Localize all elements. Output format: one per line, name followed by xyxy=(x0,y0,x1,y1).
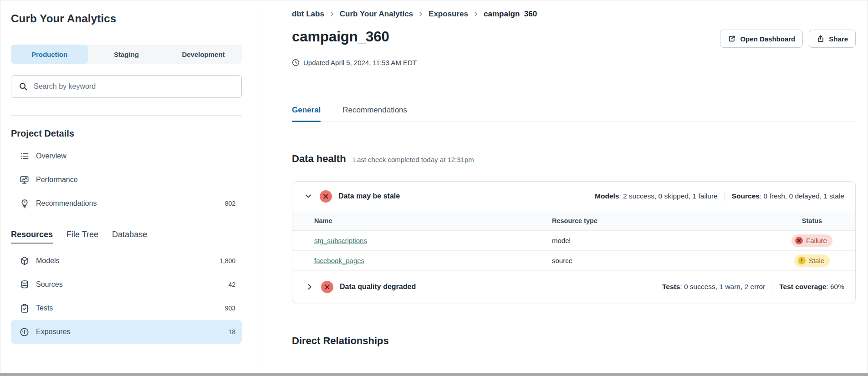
exposures-count: 18 xyxy=(228,328,235,335)
sidebar-item-label: Exposures xyxy=(36,328,221,336)
list-icon xyxy=(20,152,29,161)
page-actions: Open Dashboard Share xyxy=(720,30,856,48)
table-header-row: Name Resource type Status xyxy=(292,211,855,231)
search-icon xyxy=(18,82,28,91)
stale-group-title: Data may be stale xyxy=(338,192,400,200)
sidebar-item-recommendations[interactable]: Recommendations 802 xyxy=(11,192,242,215)
database-icon xyxy=(20,280,29,290)
open-dashboard-label: Open Dashboard xyxy=(740,35,795,43)
sidebar-item-label: Recommendations xyxy=(36,199,218,208)
breadcrumb: dbt Labs Curb Your Analytics Exposures c… xyxy=(292,10,856,19)
tab-general[interactable]: General xyxy=(292,106,321,122)
sidebar-item-label: Overview xyxy=(36,152,235,160)
open-dashboard-button[interactable]: Open Dashboard xyxy=(720,30,803,48)
last-updated: Updated April 5, 2024, 11:53 AM EDT xyxy=(292,59,856,66)
external-link-icon xyxy=(728,35,736,43)
models-count: 1,800 xyxy=(220,257,235,264)
detail-tabs: General Recommendations xyxy=(292,106,856,122)
chevron-right-icon[interactable] xyxy=(305,282,315,292)
breadcrumb-account[interactable]: dbt Labs xyxy=(292,10,324,19)
env-tab-staging[interactable]: Staging xyxy=(88,45,165,64)
tab-recommendations[interactable]: Recommendations xyxy=(342,106,407,122)
error-status-icon xyxy=(795,237,803,244)
warning-status-icon xyxy=(798,257,806,264)
sidebar: Curb Your Analytics Production Staging D… xyxy=(0,0,264,373)
last-updated-text: Updated April 5, 2024, 11:53 AM EDT xyxy=(303,59,417,66)
sources-stat: Sources: 0 fresh, 0 delayed, 1 stale xyxy=(732,192,844,200)
direct-relationships-heading: Direct Relationships xyxy=(292,335,856,347)
status-badge: Stale xyxy=(794,254,830,267)
tab-file-tree[interactable]: File Tree xyxy=(66,230,98,244)
error-status-icon xyxy=(321,281,333,293)
chevron-down-icon[interactable] xyxy=(303,191,313,201)
stat-divider xyxy=(725,192,725,201)
chevron-right-icon xyxy=(418,11,424,17)
sidebar-item-tests[interactable]: Tests 903 xyxy=(11,296,242,320)
sidebar-item-exposures[interactable]: Exposures 18 xyxy=(11,320,242,344)
clipboard-check-icon xyxy=(20,304,29,313)
environment-switcher: Production Staging Development xyxy=(11,45,242,64)
column-header-name: Name xyxy=(292,217,552,224)
sidebar-item-label: Sources xyxy=(36,280,221,289)
column-header-status: Status xyxy=(769,217,855,224)
breadcrumb-current: campaign_360 xyxy=(484,10,537,19)
stale-group-header[interactable]: Data may be stale Models: 2 success, 0 s… xyxy=(292,182,855,211)
column-header-resource-type: Resource type xyxy=(552,217,769,224)
chevron-right-icon xyxy=(329,11,335,17)
dbt-explorer-app: Curb Your Analytics Production Staging D… xyxy=(0,0,868,373)
data-health-heading: Data health xyxy=(292,153,346,165)
resource-view-tabs: Resources File Tree Database xyxy=(11,230,242,244)
search-box[interactable] xyxy=(11,75,242,98)
project-details-heading: Project Details xyxy=(11,128,242,139)
table-row: facebook_pages source Stale xyxy=(292,251,855,271)
tab-resources[interactable]: Resources xyxy=(11,230,53,244)
quality-group-stats: Tests: 0 success, 1 warn, 2 error Test c… xyxy=(662,282,844,291)
sidebar-item-sources[interactable]: Sources 42 xyxy=(11,273,242,296)
tests-stat: Tests: 0 success, 1 warn, 2 error xyxy=(662,283,765,291)
resource-link[interactable]: stg_subscriptions xyxy=(314,237,367,244)
status-badge-label: Failure xyxy=(806,237,827,244)
resource-link[interactable]: facebook_pages xyxy=(314,257,364,264)
sidebar-item-label: Tests xyxy=(36,304,218,312)
quality-group-header[interactable]: Data quality degraded Tests: 0 success, … xyxy=(292,271,855,303)
env-tab-production[interactable]: Production xyxy=(11,45,88,64)
chevron-right-icon xyxy=(473,11,479,17)
status-badge-label: Stale xyxy=(809,257,824,264)
models-stat: Models: 2 success, 0 skipped, 1 failure xyxy=(595,192,718,200)
quality-group-title: Data quality degraded xyxy=(340,283,416,291)
env-tab-development[interactable]: Development xyxy=(165,45,242,64)
gauge-icon xyxy=(20,327,29,337)
breadcrumb-project[interactable]: Curb Your Analytics xyxy=(340,10,413,19)
resource-type-cell: source xyxy=(552,257,769,264)
cube-icon xyxy=(20,256,29,266)
breadcrumb-exposures[interactable]: Exposures xyxy=(429,10,468,19)
sidebar-item-label: Models xyxy=(36,257,213,265)
sidebar-item-overview[interactable]: Overview xyxy=(11,144,242,168)
data-health-card: Data may be stale Models: 2 success, 0 s… xyxy=(292,181,856,303)
resources-nav: Models 1,800 Sources 42 xyxy=(11,249,242,344)
sources-count: 42 xyxy=(228,281,235,288)
sidebar-item-label: Performance xyxy=(36,176,235,184)
stale-resources-table: Name Resource type Status stg_subscripti… xyxy=(292,211,855,271)
table-row: stg_subscriptions model Failure xyxy=(292,231,855,251)
lightbulb-icon xyxy=(20,199,29,208)
test-coverage-stat: Test coverage: 60% xyxy=(779,283,844,291)
share-button[interactable]: Share xyxy=(809,30,856,48)
sidebar-item-performance[interactable]: Performance xyxy=(11,168,242,192)
recommendations-count: 802 xyxy=(225,200,235,207)
main-content: dbt Labs Curb Your Analytics Exposures c… xyxy=(264,0,868,373)
data-health-last-check: Last check completed today at 12:31pm xyxy=(353,156,474,163)
share-label: Share xyxy=(829,35,848,43)
sidebar-project-title: Curb Your Analytics xyxy=(11,12,242,25)
window-bottom-edge xyxy=(0,373,868,376)
sidebar-divider xyxy=(11,115,242,116)
performance-chart-icon xyxy=(20,175,29,185)
sidebar-item-models[interactable]: Models 1,800 xyxy=(11,249,242,273)
search-input[interactable] xyxy=(33,82,235,91)
tab-database[interactable]: Database xyxy=(112,230,147,244)
error-status-icon xyxy=(320,190,332,203)
stale-group-stats: Models: 2 success, 0 skipped, 1 failure … xyxy=(595,192,844,201)
resource-type-cell: model xyxy=(552,237,769,244)
stat-divider xyxy=(772,282,772,291)
page-title: campaign_360 xyxy=(292,29,389,45)
